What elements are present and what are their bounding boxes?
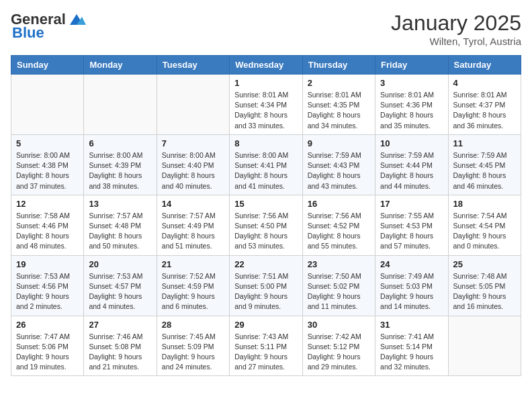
calendar-cell: 12Sunrise: 7:58 AM Sunset: 4:46 PM Dayli… bbox=[11, 195, 84, 255]
day-number: 18 bbox=[453, 199, 516, 209]
day-info: Sunrise: 8:01 AM Sunset: 4:37 PM Dayligh… bbox=[453, 90, 516, 131]
day-number: 9 bbox=[308, 138, 370, 148]
day-info: Sunrise: 7:58 AM Sunset: 4:46 PM Dayligh… bbox=[16, 211, 79, 252]
calendar-cell: 22Sunrise: 7:51 AM Sunset: 5:00 PM Dayli… bbox=[230, 255, 302, 316]
calendar-cell: 31Sunrise: 7:41 AM Sunset: 5:14 PM Dayli… bbox=[375, 316, 448, 376]
calendar-cell: 13Sunrise: 7:57 AM Sunset: 4:48 PM Dayli… bbox=[84, 195, 157, 255]
logo-blue: Blue bbox=[11, 24, 44, 42]
day-number: 4 bbox=[453, 78, 516, 88]
location: Wilten, Tyrol, Austria bbox=[391, 36, 521, 47]
day-info: Sunrise: 7:57 AM Sunset: 4:48 PM Dayligh… bbox=[89, 211, 151, 252]
day-number: 3 bbox=[380, 78, 443, 88]
calendar-cell: 20Sunrise: 7:53 AM Sunset: 4:57 PM Dayli… bbox=[84, 255, 157, 316]
day-info: Sunrise: 8:00 AM Sunset: 4:38 PM Dayligh… bbox=[16, 150, 79, 191]
day-number: 10 bbox=[380, 138, 443, 148]
day-number: 27 bbox=[89, 320, 151, 330]
weekday-header-row: SundayMondayTuesdayWednesdayThursdayFrid… bbox=[11, 56, 521, 75]
day-number: 7 bbox=[162, 138, 224, 148]
day-number: 1 bbox=[234, 78, 297, 88]
day-info: Sunrise: 7:56 AM Sunset: 4:50 PM Dayligh… bbox=[234, 211, 297, 252]
day-number: 19 bbox=[16, 259, 79, 269]
day-info: Sunrise: 7:55 AM Sunset: 4:53 PM Dayligh… bbox=[380, 211, 443, 252]
calendar-cell: 23Sunrise: 7:50 AM Sunset: 5:02 PM Dayli… bbox=[302, 255, 375, 316]
calendar-cell: 28Sunrise: 7:45 AM Sunset: 5:09 PM Dayli… bbox=[157, 316, 229, 376]
calendar-cell: 27Sunrise: 7:46 AM Sunset: 5:08 PM Dayli… bbox=[84, 316, 157, 376]
day-number: 28 bbox=[162, 320, 224, 330]
day-info: Sunrise: 7:46 AM Sunset: 5:08 PM Dayligh… bbox=[89, 332, 151, 373]
day-number: 26 bbox=[16, 320, 79, 330]
day-info: Sunrise: 8:01 AM Sunset: 4:35 PM Dayligh… bbox=[308, 90, 370, 131]
calendar-week-row: 1Sunrise: 8:01 AM Sunset: 4:34 PM Daylig… bbox=[11, 75, 521, 135]
day-number: 11 bbox=[453, 138, 516, 148]
weekday-header-friday: Friday bbox=[375, 56, 448, 75]
calendar-cell: 21Sunrise: 7:52 AM Sunset: 4:59 PM Dayli… bbox=[157, 255, 229, 316]
calendar-cell: 15Sunrise: 7:56 AM Sunset: 4:50 PM Dayli… bbox=[230, 195, 302, 255]
day-number: 16 bbox=[308, 199, 370, 209]
day-info: Sunrise: 7:45 AM Sunset: 5:09 PM Dayligh… bbox=[162, 332, 224, 373]
day-info: Sunrise: 7:51 AM Sunset: 5:00 PM Dayligh… bbox=[234, 271, 297, 312]
day-info: Sunrise: 7:53 AM Sunset: 4:57 PM Dayligh… bbox=[89, 271, 151, 312]
day-number: 8 bbox=[234, 138, 297, 148]
calendar-cell bbox=[157, 75, 229, 135]
title-section: January 2025 Wilten, Tyrol, Austria bbox=[391, 11, 521, 47]
day-info: Sunrise: 7:50 AM Sunset: 5:02 PM Dayligh… bbox=[308, 271, 370, 312]
day-info: Sunrise: 8:00 AM Sunset: 4:41 PM Dayligh… bbox=[234, 150, 297, 191]
calendar-cell: 25Sunrise: 7:48 AM Sunset: 5:05 PM Dayli… bbox=[448, 255, 521, 316]
calendar-cell: 5Sunrise: 8:00 AM Sunset: 4:38 PM Daylig… bbox=[11, 134, 84, 195]
calendar-cell: 30Sunrise: 7:42 AM Sunset: 5:12 PM Dayli… bbox=[302, 316, 375, 376]
day-info: Sunrise: 7:47 AM Sunset: 5:06 PM Dayligh… bbox=[16, 332, 79, 373]
weekday-header-tuesday: Tuesday bbox=[157, 56, 229, 75]
day-number: 21 bbox=[162, 259, 224, 269]
weekday-header-monday: Monday bbox=[84, 56, 157, 75]
day-number: 20 bbox=[89, 259, 151, 269]
day-number: 22 bbox=[234, 259, 297, 269]
logo-icon bbox=[67, 13, 86, 26]
day-number: 12 bbox=[16, 199, 79, 209]
calendar-cell bbox=[84, 75, 157, 135]
day-info: Sunrise: 7:56 AM Sunset: 4:52 PM Dayligh… bbox=[308, 211, 370, 252]
day-info: Sunrise: 8:00 AM Sunset: 4:40 PM Dayligh… bbox=[162, 150, 224, 191]
day-number: 14 bbox=[162, 199, 224, 209]
day-info: Sunrise: 7:59 AM Sunset: 4:43 PM Dayligh… bbox=[308, 150, 370, 191]
calendar-cell: 7Sunrise: 8:00 AM Sunset: 4:40 PM Daylig… bbox=[157, 134, 229, 195]
day-info: Sunrise: 8:01 AM Sunset: 4:34 PM Dayligh… bbox=[234, 90, 297, 131]
day-info: Sunrise: 7:59 AM Sunset: 4:45 PM Dayligh… bbox=[453, 150, 516, 191]
day-info: Sunrise: 7:49 AM Sunset: 5:03 PM Dayligh… bbox=[380, 271, 443, 312]
page-header: General Blue January 2025 Wilten, Tyrol,… bbox=[11, 11, 521, 47]
weekday-header-saturday: Saturday bbox=[448, 56, 521, 75]
weekday-header-thursday: Thursday bbox=[302, 56, 375, 75]
day-info: Sunrise: 7:42 AM Sunset: 5:12 PM Dayligh… bbox=[308, 332, 370, 373]
day-info: Sunrise: 7:48 AM Sunset: 5:05 PM Dayligh… bbox=[453, 271, 516, 312]
calendar-cell: 14Sunrise: 7:57 AM Sunset: 4:49 PM Dayli… bbox=[157, 195, 229, 255]
day-number: 13 bbox=[89, 199, 151, 209]
day-number: 30 bbox=[308, 320, 370, 330]
day-number: 6 bbox=[89, 138, 151, 148]
calendar-week-row: 5Sunrise: 8:00 AM Sunset: 4:38 PM Daylig… bbox=[11, 134, 521, 195]
day-info: Sunrise: 7:52 AM Sunset: 4:59 PM Dayligh… bbox=[162, 271, 224, 312]
calendar-cell: 29Sunrise: 7:43 AM Sunset: 5:11 PM Dayli… bbox=[230, 316, 302, 376]
day-info: Sunrise: 7:59 AM Sunset: 4:44 PM Dayligh… bbox=[380, 150, 443, 191]
day-info: Sunrise: 7:43 AM Sunset: 5:11 PM Dayligh… bbox=[234, 332, 297, 373]
day-number: 5 bbox=[16, 138, 79, 148]
day-info: Sunrise: 7:53 AM Sunset: 4:56 PM Dayligh… bbox=[16, 271, 79, 312]
calendar-cell: 3Sunrise: 8:01 AM Sunset: 4:36 PM Daylig… bbox=[375, 75, 448, 135]
calendar-cell: 6Sunrise: 8:00 AM Sunset: 4:39 PM Daylig… bbox=[84, 134, 157, 195]
calendar-cell: 8Sunrise: 8:00 AM Sunset: 4:41 PM Daylig… bbox=[230, 134, 302, 195]
weekday-header-wednesday: Wednesday bbox=[230, 56, 302, 75]
day-info: Sunrise: 7:54 AM Sunset: 4:54 PM Dayligh… bbox=[453, 211, 516, 252]
day-number: 2 bbox=[308, 78, 370, 88]
weekday-header-sunday: Sunday bbox=[11, 56, 84, 75]
day-number: 23 bbox=[308, 259, 370, 269]
calendar-cell: 19Sunrise: 7:53 AM Sunset: 4:56 PM Dayli… bbox=[11, 255, 84, 316]
calendar-cell: 9Sunrise: 7:59 AM Sunset: 4:43 PM Daylig… bbox=[302, 134, 375, 195]
day-number: 25 bbox=[453, 259, 516, 269]
day-number: 15 bbox=[234, 199, 297, 209]
day-info: Sunrise: 8:01 AM Sunset: 4:36 PM Dayligh… bbox=[380, 90, 443, 131]
calendar-cell: 2Sunrise: 8:01 AM Sunset: 4:35 PM Daylig… bbox=[302, 75, 375, 135]
day-number: 29 bbox=[234, 320, 297, 330]
calendar-cell bbox=[448, 316, 521, 376]
calendar-cell: 17Sunrise: 7:55 AM Sunset: 4:53 PM Dayli… bbox=[375, 195, 448, 255]
calendar-cell: 18Sunrise: 7:54 AM Sunset: 4:54 PM Dayli… bbox=[448, 195, 521, 255]
calendar-week-row: 12Sunrise: 7:58 AM Sunset: 4:46 PM Dayli… bbox=[11, 195, 521, 255]
day-info: Sunrise: 8:00 AM Sunset: 4:39 PM Dayligh… bbox=[89, 150, 151, 191]
